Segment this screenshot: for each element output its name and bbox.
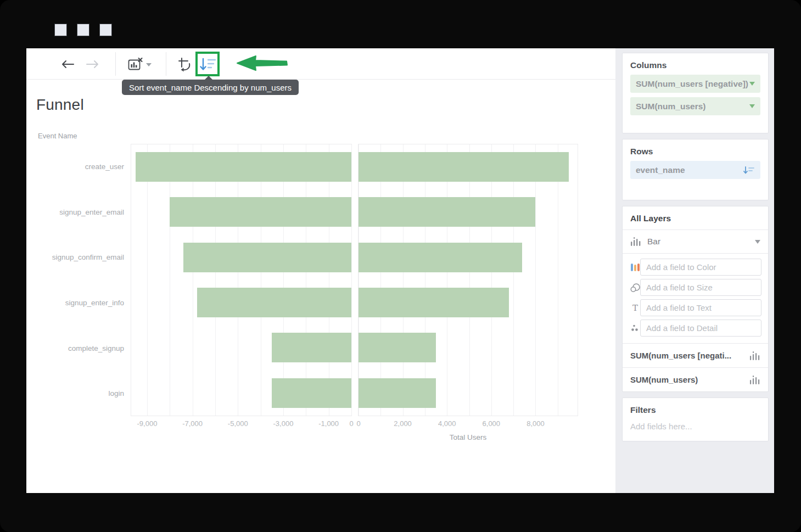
funnel-chart: create_usersignup_enter_emailsignup_conf… [26, 144, 606, 416]
bar[interactable] [359, 378, 436, 408]
undo-button[interactable] [58, 48, 77, 80]
window-titlebar [0, 0, 801, 48]
bar[interactable] [359, 152, 569, 182]
all-layers-title: All Layers [623, 214, 768, 223]
tick-label: 0 [349, 419, 353, 428]
category-label: login [26, 371, 124, 416]
annotation-arrow [236, 54, 289, 74]
tick-label: -5,000 [228, 419, 248, 428]
tick-label: 0 [356, 419, 360, 428]
bar-row [131, 144, 351, 189]
bar-row [359, 235, 578, 280]
bar-row [359, 144, 578, 189]
columns-shelf: Columns SUM(num_users [negative]) SUM(nu… [622, 53, 769, 133]
filters-shelf[interactable]: Filters Add fields here... [622, 397, 769, 441]
tick-label: 6,000 [483, 419, 501, 428]
toolbar-divider [166, 52, 166, 76]
color-field-row [630, 259, 760, 276]
mark-type-selector[interactable]: Bar [623, 229, 768, 254]
detail-field-input[interactable] [640, 320, 761, 337]
sort-descending-mini-icon[interactable] [743, 166, 755, 175]
category-label: signup_enter_email [26, 189, 124, 235]
tick-label: 2,000 [394, 419, 412, 428]
sort-descending-icon [199, 57, 216, 72]
pill-sum-num-users[interactable]: SUM(num_users) [630, 97, 760, 115]
bar[interactable] [197, 288, 351, 317]
tooltip-pointer [204, 76, 213, 80]
positive-axis-panel: 02,0004,0006,0008,000 Total Users [358, 144, 578, 416]
bar[interactable] [359, 197, 535, 227]
filters-placeholder: Add fields here... [630, 422, 760, 431]
sort-descending-button[interactable] [199, 48, 216, 80]
bar[interactable] [170, 197, 351, 227]
pill-event-name[interactable]: event_name [630, 161, 760, 179]
rows-title: Rows [630, 147, 760, 156]
tick-label: -3,000 [273, 419, 294, 428]
bar[interactable] [359, 243, 522, 272]
bar-mark-mini-icon [749, 351, 760, 361]
measure-label: SUM(num_users [negati... [630, 351, 731, 360]
measure-row-positive[interactable]: SUM(num_users) [623, 367, 768, 391]
bar[interactable] [272, 378, 351, 408]
text-field-input[interactable] [640, 299, 761, 316]
sort-tooltip: Sort event_name Descending by num_users [122, 80, 299, 95]
bar-row [359, 189, 578, 234]
bar[interactable] [272, 333, 351, 362]
bar[interactable] [359, 333, 436, 362]
category-label: create_user [26, 144, 124, 189]
app-window: Sort event_name Descending by num_users … [0, 0, 801, 532]
bar[interactable] [136, 152, 351, 182]
bar-row [131, 325, 351, 370]
tick-label: 4,000 [438, 419, 456, 428]
color-field-input[interactable] [640, 259, 761, 276]
bar-row [359, 325, 578, 370]
window-control[interactable] [99, 24, 112, 36]
pill-label: SUM(num_users [negative]) [636, 79, 748, 89]
clear-chart-icon [128, 57, 152, 71]
chevron-down-icon[interactable] [749, 82, 755, 86]
chevron-down-icon[interactable] [749, 104, 755, 108]
tick-label: 8,000 [526, 419, 545, 428]
filters-title: Filters [630, 405, 760, 415]
bar[interactable] [359, 288, 509, 317]
window-control[interactable] [54, 24, 67, 36]
sort-descending-highlight-box [195, 52, 220, 76]
x-axis-title: Total Users [359, 433, 578, 441]
back-arrow-icon [60, 59, 75, 70]
tick-label: -1,000 [318, 419, 339, 428]
size-field-input[interactable] [640, 279, 761, 296]
size-icon[interactable] [630, 283, 640, 293]
clear-sheet-button[interactable] [124, 48, 156, 80]
panel-gap [352, 144, 358, 416]
main-area: Sort event_name Descending by num_users … [26, 48, 615, 493]
toolbar-divider [115, 52, 116, 76]
bar-row [359, 371, 578, 416]
pill-label: event_name [636, 165, 685, 175]
negative-axis-panel: -9,000-7,000-5,000-3,000-1,0000 [131, 144, 352, 416]
svg-text:T: T [632, 303, 638, 313]
bar-row [131, 235, 351, 280]
bar-mark-icon [630, 237, 641, 247]
swap-rows-columns-button[interactable] [173, 48, 197, 80]
bar-row [131, 189, 351, 234]
measure-label: SUM(num_users) [630, 375, 698, 384]
redo-button[interactable] [83, 48, 102, 80]
bar[interactable] [183, 243, 351, 272]
window-control[interactable] [77, 24, 89, 36]
color-icon[interactable] [630, 262, 640, 272]
bar-mark-mini-icon [749, 375, 760, 385]
measure-row-negative[interactable]: SUM(num_users [negati... [623, 343, 768, 367]
bar-row [131, 280, 351, 325]
detail-icon[interactable] [630, 323, 640, 333]
text-icon[interactable]: T [630, 303, 640, 313]
pill-sum-num-users-negative[interactable]: SUM(num_users [negative]) [630, 75, 760, 93]
tooltip-text: Sort event_name Descending by num_users [129, 83, 292, 92]
category-label: complete_signup [26, 326, 124, 371]
columns-title: Columns [630, 60, 760, 70]
forward-arrow-icon [86, 59, 100, 70]
chevron-down-icon[interactable] [755, 240, 760, 244]
shelf-sidebar: Columns SUM(num_users [negative]) SUM(nu… [615, 48, 774, 493]
all-layers-panel: All Layers Bar [622, 206, 769, 392]
bar-row [359, 280, 578, 325]
category-axis: create_usersignup_enter_emailsignup_conf… [26, 144, 131, 416]
